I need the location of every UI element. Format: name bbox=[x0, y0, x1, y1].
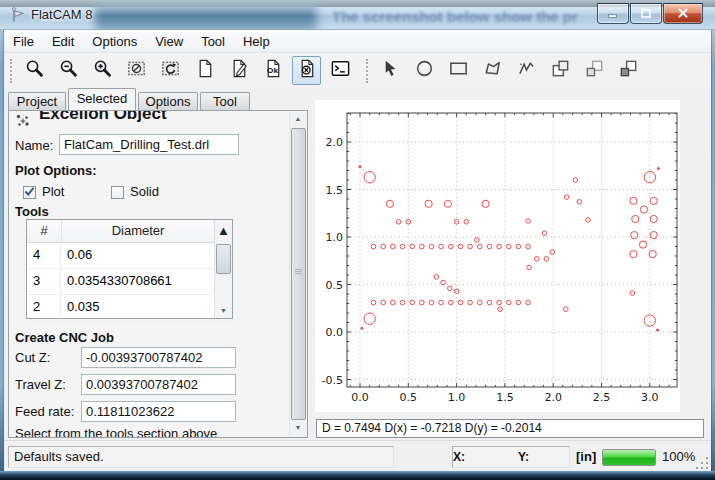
column-header-diameter[interactable]: Diameter bbox=[62, 220, 214, 242]
cnc-section-label: Create CNC Job bbox=[15, 330, 114, 345]
cancel-edit-icon bbox=[296, 58, 317, 83]
zoom-fit-button[interactable] bbox=[20, 56, 49, 85]
measurement-readout: D = 0.7494 D(x) = -0.7218 D(y) = -0.2014 bbox=[316, 419, 704, 438]
drill-hole bbox=[497, 244, 502, 249]
table-scroll-down-icon[interactable]: ▼ bbox=[215, 304, 232, 318]
window-title: FlatCAM 8 bbox=[31, 7, 92, 22]
scroll-up-icon[interactable]: ▲ bbox=[290, 112, 306, 127]
plot-tick-labels: 0.00.51.01.52.02.53.0-0.50.00.51.01.52.0 bbox=[322, 136, 659, 404]
drill-hole bbox=[410, 244, 415, 249]
drill-hole bbox=[475, 238, 480, 243]
drill-hole bbox=[507, 300, 512, 305]
drill-hole bbox=[468, 300, 473, 305]
zoom-in-button[interactable] bbox=[88, 56, 117, 85]
drill-hole bbox=[371, 300, 376, 305]
progress-bar bbox=[602, 449, 656, 466]
shell-button[interactable] bbox=[326, 56, 355, 85]
save-edit-button[interactable]: Ok bbox=[258, 56, 287, 85]
panel-scrollbar-thumb[interactable] bbox=[291, 128, 306, 420]
toolbar: Ok bbox=[4, 53, 711, 88]
copy-geometry-icon bbox=[618, 58, 639, 83]
title-bar[interactable]: The screenshot below show the pr FlatCAM… bbox=[0, 0, 715, 30]
tab-options[interactable]: Options bbox=[138, 92, 198, 110]
y-coordinate: Y: 1.4359 bbox=[518, 447, 569, 467]
clear-plot-button[interactable] bbox=[122, 56, 151, 85]
menu-bar: FileEditOptionsViewToolHelp bbox=[4, 30, 711, 53]
drill-hole bbox=[439, 244, 444, 249]
plot-canvas[interactable]: 0.00.51.01.52.02.53.0-0.50.00.51.01.52.0 bbox=[315, 100, 680, 412]
panel-scrollbar[interactable]: ▲ ▼ bbox=[289, 112, 306, 436]
drill-hole bbox=[631, 232, 638, 239]
plot-checkbox[interactable] bbox=[23, 186, 36, 199]
editor-icon bbox=[228, 58, 249, 83]
menu-help[interactable]: Help bbox=[234, 32, 279, 51]
drill-hole bbox=[573, 178, 578, 183]
tab-selected[interactable]: Selected bbox=[68, 88, 136, 110]
tool-row[interactable]: 30.0354330708661 bbox=[27, 269, 232, 295]
replot-icon bbox=[160, 58, 181, 83]
cancel-edit-button[interactable] bbox=[292, 56, 321, 85]
tool-diameter-cell: 0.0354330708661 bbox=[61, 269, 232, 294]
drill-points bbox=[359, 166, 660, 332]
tab-tool[interactable]: Tool bbox=[200, 92, 250, 110]
name-field[interactable] bbox=[59, 134, 239, 155]
zoom-out-button[interactable] bbox=[54, 56, 83, 85]
x-tick-label: 0.5 bbox=[400, 391, 418, 404]
drill-hole bbox=[644, 315, 655, 326]
draw-circle-button[interactable] bbox=[410, 56, 439, 85]
drill-hole bbox=[516, 244, 521, 249]
draw-polygon-button[interactable] bbox=[478, 56, 507, 85]
scroll-down-icon[interactable]: ▼ bbox=[290, 421, 306, 436]
plot-checkbox-label[interactable]: Plot bbox=[42, 184, 64, 199]
menu-edit[interactable]: Edit bbox=[43, 32, 83, 51]
cut-z-field[interactable] bbox=[81, 347, 236, 368]
replot-button[interactable] bbox=[156, 56, 185, 85]
table-scrollbar[interactable]: ▼ bbox=[214, 242, 232, 318]
drill-hole bbox=[386, 200, 393, 207]
tab-project[interactable]: Project bbox=[8, 92, 66, 110]
menu-tool[interactable]: Tool bbox=[192, 32, 234, 51]
copy-objects-icon bbox=[584, 58, 605, 83]
menu-view[interactable]: View bbox=[146, 32, 192, 51]
column-header-number[interactable]: # bbox=[27, 220, 62, 242]
drill-hole bbox=[425, 200, 432, 207]
draw-polyline-button[interactable] bbox=[512, 56, 541, 85]
drill-hole bbox=[630, 251, 637, 258]
drill-hole bbox=[632, 215, 639, 222]
zoom-fit-icon bbox=[24, 58, 45, 83]
drill-hole bbox=[381, 244, 386, 249]
maximize-button[interactable] bbox=[630, 3, 662, 24]
menu-file[interactable]: File bbox=[4, 32, 43, 51]
drill-hole bbox=[498, 307, 503, 312]
feed-rate-field[interactable] bbox=[81, 401, 236, 422]
copy-objects-button[interactable] bbox=[580, 56, 609, 85]
union-button[interactable] bbox=[546, 56, 575, 85]
copy-geometry-button[interactable] bbox=[614, 56, 643, 85]
drill-hole bbox=[359, 166, 361, 168]
tool-number-cell: 4 bbox=[27, 243, 61, 268]
table-scrollbar-thumb[interactable] bbox=[216, 244, 231, 274]
table-scroll-up-icon[interactable]: ▲ bbox=[214, 220, 232, 242]
drill-plot[interactable]: 0.00.51.01.52.02.53.0-0.50.00.51.01.52.0 bbox=[315, 100, 680, 412]
solid-checkbox[interactable] bbox=[111, 186, 124, 199]
select-tool-button[interactable] bbox=[376, 56, 405, 85]
resize-grip[interactable] bbox=[696, 457, 708, 469]
excellon-object-icon bbox=[15, 113, 31, 129]
drill-hole bbox=[542, 231, 547, 236]
travel-z-field[interactable] bbox=[81, 374, 236, 395]
close-button[interactable] bbox=[663, 3, 703, 24]
editor-button[interactable] bbox=[224, 56, 253, 85]
solid-checkbox-label[interactable]: Solid bbox=[130, 184, 159, 199]
tool-number-cell: 2 bbox=[27, 295, 61, 320]
minimize-button[interactable] bbox=[597, 3, 629, 24]
save-edit-icon: Ok bbox=[262, 58, 283, 83]
drill-hole bbox=[434, 275, 439, 280]
feed-rate-label: Feed rate: bbox=[15, 404, 74, 419]
menu-options[interactable]: Options bbox=[83, 32, 146, 51]
draw-rectangle-button[interactable] bbox=[444, 56, 473, 85]
cut-z-label: Cut Z: bbox=[15, 350, 50, 365]
window-border-right bbox=[711, 30, 715, 471]
tool-row[interactable]: 20.035 bbox=[27, 295, 232, 321]
tool-row[interactable]: 40.06 bbox=[27, 243, 232, 269]
new-project-button[interactable] bbox=[190, 56, 219, 85]
